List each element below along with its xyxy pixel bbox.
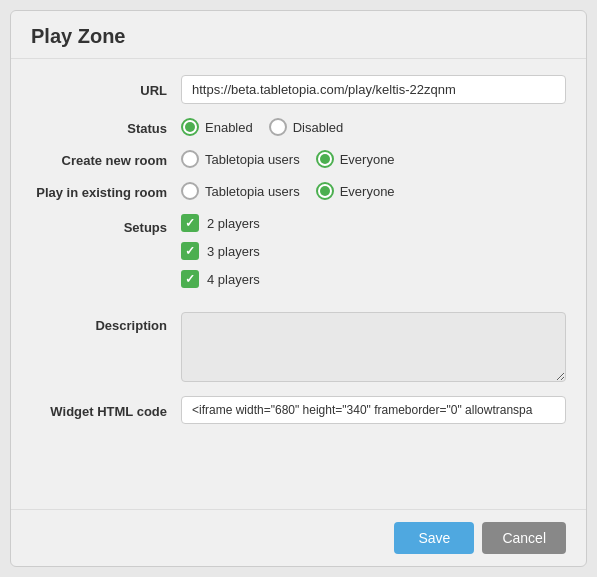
status-enabled-radio[interactable] xyxy=(181,118,199,136)
setup-2-checkbox[interactable] xyxy=(181,214,199,232)
create-everyone-radio[interactable] xyxy=(316,150,334,168)
status-enabled-label: Enabled xyxy=(205,120,253,135)
setup-3-players[interactable]: 3 players xyxy=(181,242,260,260)
play-existing-label: Play in existing room xyxy=(31,183,181,200)
create-everyone-label: Everyone xyxy=(340,152,395,167)
status-enabled-option[interactable]: Enabled xyxy=(181,118,253,136)
play-everyone-radio[interactable] xyxy=(316,182,334,200)
setup-4-label: 4 players xyxy=(207,272,260,287)
url-input[interactable] xyxy=(181,75,566,104)
status-disabled-radio[interactable] xyxy=(269,118,287,136)
setups-row: Setups 2 players 3 players 4 players xyxy=(31,214,566,298)
play-tabletopia-radio[interactable] xyxy=(181,182,199,200)
widget-row: Widget HTML code xyxy=(31,396,566,424)
setup-3-checkbox[interactable] xyxy=(181,242,199,260)
play-everyone-label: Everyone xyxy=(340,184,395,199)
setup-4-players[interactable]: 4 players xyxy=(181,270,260,288)
create-tabletopia-radio[interactable] xyxy=(181,150,199,168)
play-tabletopia-label: Tabletopia users xyxy=(205,184,300,199)
footer: Save Cancel xyxy=(11,509,586,566)
setups-checkboxes: 2 players 3 players 4 players xyxy=(181,214,260,298)
description-row: Description xyxy=(31,312,566,382)
status-radio-group: Enabled Disabled xyxy=(181,118,343,136)
widget-input[interactable] xyxy=(181,396,566,424)
create-tabletopia-label: Tabletopia users xyxy=(205,152,300,167)
status-label: Status xyxy=(31,119,181,136)
setups-label: Setups xyxy=(31,214,181,235)
setup-3-label: 3 players xyxy=(207,244,260,259)
description-textarea[interactable] xyxy=(181,312,566,382)
url-label: URL xyxy=(31,81,181,98)
setup-2-label: 2 players xyxy=(207,216,260,231)
play-existing-radio-group: Tabletopia users Everyone xyxy=(181,182,395,200)
play-existing-row: Play in existing room Tabletopia users E… xyxy=(31,182,566,200)
title-bar: Play Zone xyxy=(11,11,586,59)
play-tabletopia-option[interactable]: Tabletopia users xyxy=(181,182,300,200)
url-row: URL xyxy=(31,75,566,104)
play-zone-window: Play Zone URL Status Enabled Disabled xyxy=(10,10,587,567)
status-disabled-option[interactable]: Disabled xyxy=(269,118,344,136)
cancel-button[interactable]: Cancel xyxy=(482,522,566,554)
play-everyone-option[interactable]: Everyone xyxy=(316,182,395,200)
save-button[interactable]: Save xyxy=(394,522,474,554)
description-label: Description xyxy=(31,312,181,333)
setup-2-players[interactable]: 2 players xyxy=(181,214,260,232)
status-row: Status Enabled Disabled xyxy=(31,118,566,136)
create-room-radio-group: Tabletopia users Everyone xyxy=(181,150,395,168)
widget-label: Widget HTML code xyxy=(31,402,181,419)
form-body: URL Status Enabled Disabled Create new r… xyxy=(11,59,586,509)
create-room-label: Create new room xyxy=(31,151,181,168)
page-title: Play Zone xyxy=(31,25,566,48)
create-tabletopia-option[interactable]: Tabletopia users xyxy=(181,150,300,168)
status-disabled-label: Disabled xyxy=(293,120,344,135)
create-room-row: Create new room Tabletopia users Everyon… xyxy=(31,150,566,168)
setup-4-checkbox[interactable] xyxy=(181,270,199,288)
create-everyone-option[interactable]: Everyone xyxy=(316,150,395,168)
